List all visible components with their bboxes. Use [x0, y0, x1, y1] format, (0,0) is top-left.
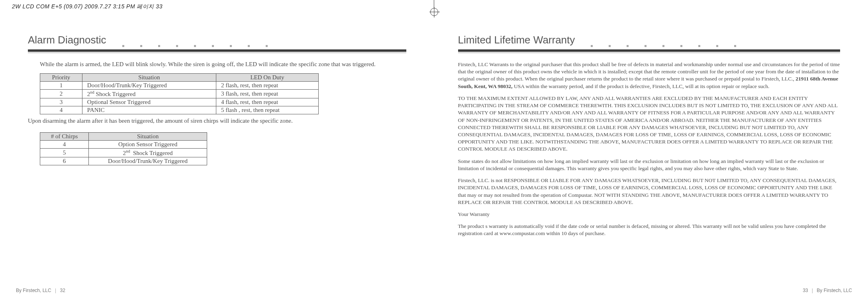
- warranty-p5: Your Warranty: [458, 211, 841, 218]
- cell: 4: [40, 106, 82, 114]
- cell: Optional Sensor Triggered: [82, 98, 216, 106]
- table-row: 1 Door/Hood/Trunk/Key Triggered 2 flash,…: [40, 82, 319, 90]
- cell: 6: [40, 157, 89, 165]
- warranty-body: Firstech, LLC Warrants to the original p…: [458, 61, 841, 237]
- footer-sep-icon: |: [812, 288, 813, 293]
- cell: 2 flash, rest, then repeat: [216, 82, 318, 90]
- cell: 3 flash, rest, then repeat: [216, 90, 318, 98]
- led-table: Priority Situation LED On Duty 1 Door/Ho…: [40, 73, 319, 114]
- th-priority: Priority: [40, 74, 82, 82]
- cell: 2nd Shock Triggered: [89, 149, 207, 157]
- th-led: LED On Duty: [216, 74, 318, 82]
- table-row: 5 2nd Shock Triggered: [40, 149, 207, 157]
- cell: 5: [40, 149, 89, 157]
- footer-page: 32: [60, 288, 65, 293]
- cell: 2: [40, 90, 82, 98]
- divider-thin: [28, 53, 406, 53]
- table-row: 6 Door/Hood/Trunk/Key Triggered: [40, 157, 207, 165]
- cell: 4: [40, 141, 89, 149]
- crop-mark-icon: [430, 0, 438, 16]
- left-page: Alarm Diagnostic While the alarm is arme…: [0, 24, 434, 295]
- warranty-p1: Firstech, LLC Warrants to the original p…: [458, 61, 841, 90]
- cell: Door/Hood/Trunk/Key Triggered: [82, 82, 216, 90]
- divider-thick: [28, 49, 406, 52]
- intro-text: While the alarm is armed, the LED will b…: [40, 61, 406, 68]
- title-decoration-icon: [583, 44, 840, 48]
- cell: 3: [40, 98, 82, 106]
- title-decoration-icon: [114, 44, 406, 48]
- th-situation2: Situation: [89, 133, 207, 141]
- footer-brand: By Firstech, LLC: [16, 288, 51, 293]
- section-title-right: Limited Lifetime Warranty: [458, 34, 575, 46]
- footer-brand: By Firstech, LLC: [817, 288, 852, 293]
- cell: 2nd Shock Triggered: [82, 90, 216, 98]
- warranty-p4: Firstech, LLC. is not RESPONSIBLE OR LIA…: [458, 177, 841, 206]
- divider-thick: [458, 49, 841, 52]
- p1b: USA within the warranty period, and if t…: [513, 83, 770, 89]
- table-row: 4 Option Sensor Triggered: [40, 141, 207, 149]
- cell: Door/Hood/Trunk/Key Triggered: [89, 157, 207, 165]
- cell: 5 flash , rest, then repeat: [216, 106, 318, 114]
- cell: Option Sensor Triggered: [89, 141, 207, 149]
- th-situation: Situation: [82, 74, 216, 82]
- table-header-row: Priority Situation LED On Duty: [40, 74, 319, 82]
- cell: 4 flash, rest, then repeat: [216, 98, 318, 106]
- th-chirps: # of Chirps: [40, 133, 89, 141]
- chirp-table: # of Chirps Situation 4 Option Sensor Tr…: [40, 132, 207, 165]
- mid-note: Upon disarming the alarm after it has be…: [28, 118, 406, 124]
- section-title-left: Alarm Diagnostic: [28, 34, 106, 46]
- footer-left: By Firstech, LLC | 32: [16, 288, 65, 293]
- p1a: Firstech, LLC Warrants to the original p…: [458, 61, 840, 82]
- footer-sep-icon: |: [55, 288, 56, 293]
- right-page: Limited Lifetime Warranty Firstech, LLC …: [434, 24, 868, 295]
- table-row: 4 PANIC 5 flash , rest, then repeat: [40, 106, 319, 114]
- footer-page: 33: [803, 288, 808, 293]
- table-row: 3 Optional Sensor Triggered 4 flash, res…: [40, 98, 319, 106]
- table-row: 2 2nd Shock Triggered 3 flash, rest, the…: [40, 90, 319, 98]
- warranty-p6: The product s warranty is automatically …: [458, 223, 841, 237]
- warranty-p3: Some states do not allow limitations on …: [458, 158, 841, 172]
- page-spread: Alarm Diagnostic While the alarm is arme…: [0, 24, 868, 295]
- warranty-p2: TO THE MAXIMUM EXTENT ALLOWED BY LAW, AN…: [458, 95, 841, 153]
- print-header: 2W LCD COM E+5 (09.07) 2009.7.27 3:15 PM…: [12, 3, 163, 10]
- table-header-row: # of Chirps Situation: [40, 133, 207, 141]
- divider-thin: [458, 53, 841, 53]
- cell: PANIC: [82, 106, 216, 114]
- footer-right: 33 | By Firstech, LLC: [803, 288, 852, 293]
- cell: 1: [40, 82, 82, 90]
